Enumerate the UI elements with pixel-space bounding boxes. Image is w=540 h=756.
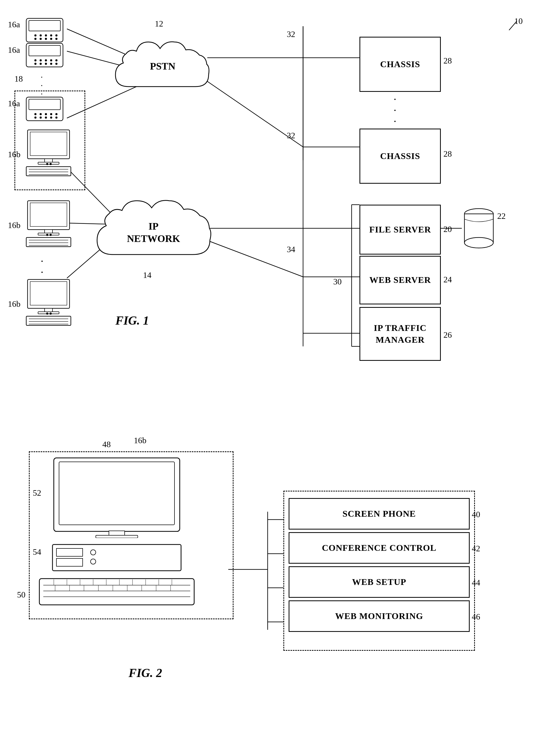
chassis-2-box: CHASSIS xyxy=(359,129,441,184)
svg-point-61 xyxy=(56,113,58,115)
fig2-system-unit xyxy=(51,543,182,572)
computer-icon-16b-3 xyxy=(22,278,75,331)
svg-point-47 xyxy=(45,59,47,62)
svg-rect-70 xyxy=(38,162,59,164)
svg-rect-80 xyxy=(38,233,59,235)
web-setup-label: WEB SETUP xyxy=(352,576,406,588)
svg-text:NETWORK: NETWORK xyxy=(127,233,180,244)
svg-point-86 xyxy=(50,234,52,236)
ref-24: 24 xyxy=(444,275,452,285)
ref-20: 20 xyxy=(444,224,452,234)
svg-point-39 xyxy=(40,38,42,40)
svg-point-35 xyxy=(45,34,47,37)
web-server-label: WEB SERVER xyxy=(369,274,431,286)
svg-point-49 xyxy=(56,59,58,62)
svg-rect-68 xyxy=(30,132,67,156)
ref-34: 34 xyxy=(287,245,295,254)
ref-50: 50 xyxy=(17,590,26,600)
chassis-1-label: CHASSIS xyxy=(380,59,420,70)
svg-point-85 xyxy=(46,234,48,236)
chassis-1-box: CHASSIS xyxy=(359,37,441,92)
ip-network-cloud: IP NETWORK xyxy=(94,191,212,270)
svg-point-41 xyxy=(50,38,52,40)
web-monitoring-label: WEB MONITORING xyxy=(335,610,423,622)
svg-rect-101 xyxy=(59,462,175,525)
ref-32-2: 32 xyxy=(287,131,295,140)
svg-point-40 xyxy=(45,38,47,40)
svg-rect-56 xyxy=(29,99,60,110)
svg-point-57 xyxy=(34,113,37,115)
ref-16b-2: 16b xyxy=(8,220,21,230)
computer-icon-16b-2 xyxy=(22,199,75,252)
pstn-cloud: PSTN xyxy=(113,34,212,102)
svg-point-66 xyxy=(56,116,58,119)
svg-point-96 xyxy=(50,313,52,315)
svg-rect-90 xyxy=(38,312,59,314)
screen-phone-box: SCREEN PHONE xyxy=(289,498,470,530)
ref-14: 14 xyxy=(143,270,151,280)
ip-traffic-manager-box: IP TRAFFIC MANAGER xyxy=(359,307,441,361)
web-monitoring-box: WEB MONITORING xyxy=(289,600,470,632)
svg-text:IP: IP xyxy=(149,221,159,232)
web-server-box: WEB SERVER xyxy=(359,256,441,305)
ref-22: 22 xyxy=(497,211,506,221)
screen-phone-label: SCREEN PHONE xyxy=(342,508,416,520)
svg-rect-105 xyxy=(57,549,83,556)
svg-point-48 xyxy=(50,59,52,62)
svg-point-33 xyxy=(34,34,37,37)
ref-16b-1: 16b xyxy=(8,150,21,159)
chassis-2-label: CHASSIS xyxy=(380,150,420,162)
svg-rect-44 xyxy=(29,46,60,56)
svg-point-65 xyxy=(50,116,52,119)
svg-point-53 xyxy=(50,63,52,65)
ref-28-2: 28 xyxy=(444,149,452,159)
ref-46: 46 xyxy=(472,612,480,622)
svg-point-99 xyxy=(465,237,493,248)
svg-rect-103 xyxy=(96,535,138,538)
phone-icon-16a-3 xyxy=(24,94,66,123)
computer-icon-16b-1 xyxy=(22,129,75,181)
svg-point-34 xyxy=(40,34,42,37)
ref-16a-2: 16a xyxy=(8,45,20,55)
svg-point-62 xyxy=(34,116,37,119)
svg-point-50 xyxy=(34,63,37,65)
ref-30: 30 xyxy=(333,277,341,287)
ref-40: 40 xyxy=(472,510,480,519)
svg-point-95 xyxy=(46,313,48,315)
ref-54: 54 xyxy=(33,547,41,557)
ref-26: 26 xyxy=(444,330,452,340)
svg-point-54 xyxy=(56,63,58,65)
svg-point-51 xyxy=(40,63,42,65)
svg-rect-78 xyxy=(30,203,67,226)
svg-point-36 xyxy=(50,34,52,37)
fig2-monitor xyxy=(51,456,182,538)
file-server-label: FILE SERVER xyxy=(369,224,431,235)
ref-28-1: 28 xyxy=(444,56,452,65)
phone-icon-16a-2 xyxy=(24,41,66,69)
svg-point-60 xyxy=(50,113,52,115)
ref-42: 42 xyxy=(472,544,480,554)
ref-16a-1: 16a xyxy=(8,20,20,29)
conference-control-box: CONFERENCE CONTROL xyxy=(289,532,470,564)
database-cylinder xyxy=(462,207,496,249)
ref-52: 52 xyxy=(33,488,41,498)
svg-point-75 xyxy=(46,163,48,165)
ref-44: 44 xyxy=(472,578,480,587)
svg-point-63 xyxy=(40,116,42,119)
svg-point-59 xyxy=(45,113,47,115)
svg-point-46 xyxy=(40,59,42,62)
svg-rect-32 xyxy=(29,21,60,31)
svg-rect-88 xyxy=(30,282,67,305)
fig2-keyboard xyxy=(38,577,196,606)
svg-point-64 xyxy=(45,116,47,119)
svg-point-37 xyxy=(56,34,58,37)
ref-32-1: 32 xyxy=(287,29,295,39)
ref-16b-3: 16b xyxy=(8,299,21,309)
file-server-box: FILE SERVER xyxy=(359,205,441,255)
svg-point-42 xyxy=(56,38,58,40)
svg-point-45 xyxy=(34,59,37,62)
ref-48: 48 xyxy=(102,440,111,449)
fig2-label: FIG. 2 xyxy=(129,666,162,680)
svg-point-58 xyxy=(40,113,42,115)
svg-rect-106 xyxy=(57,559,83,566)
